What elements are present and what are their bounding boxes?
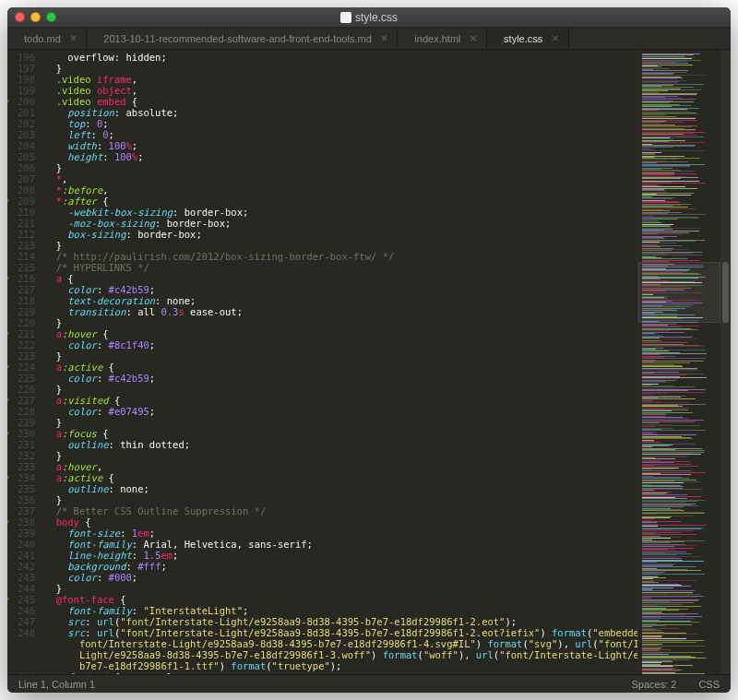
line-number[interactable]: 201	[7, 107, 35, 118]
line-number[interactable]: 220	[7, 317, 35, 328]
code-line[interactable]: line-height: 1.5em;	[44, 550, 637, 561]
code-line[interactable]: }	[44, 317, 637, 328]
code-line[interactable]: font-size: 1em;	[44, 528, 637, 539]
line-number[interactable]	[7, 660, 35, 671]
line-number[interactable]: 248	[7, 627, 35, 638]
code-line[interactable]: background: #fff;	[44, 561, 637, 572]
code-line[interactable]: .video embed {	[44, 96, 637, 107]
line-number[interactable]: 206	[7, 162, 35, 173]
code-line[interactable]: a:visited {	[44, 395, 637, 406]
code-line[interactable]: box-sizing: border-box;	[44, 229, 637, 240]
line-number[interactable]: 227	[7, 395, 35, 406]
line-number[interactable]: 235	[7, 483, 35, 494]
line-number[interactable]: 203	[7, 129, 35, 140]
code-line[interactable]: transition: all 0.3s ease-out;	[44, 306, 637, 317]
tab-todo-md[interactable]: todo.md×	[7, 28, 87, 49]
code-line[interactable]: }	[44, 350, 637, 362]
code-line[interactable]: text-decoration: none;	[44, 295, 637, 306]
code-line[interactable]: .video iframe,	[44, 74, 637, 85]
tab-index-html[interactable]: index.html×	[398, 28, 487, 49]
code-line[interactable]: color: #c42b59;	[44, 284, 637, 295]
code-line[interactable]: b7e7-e18df29986f1-1.ttf") format("truety…	[44, 660, 637, 671]
line-number[interactable]: 217	[7, 284, 35, 295]
tab-2013-10-11-recommended-software-and-front-end-tools-md[interactable]: 2013-10-11-recommended-software-and-fron…	[87, 28, 398, 49]
scrollbar-thumb[interactable]	[722, 262, 729, 323]
line-number[interactable]: 202	[7, 118, 35, 129]
line-number[interactable]: 224	[7, 362, 35, 373]
close-tab-icon[interactable]: ×	[70, 32, 77, 44]
line-number[interactable]: 243	[7, 572, 35, 583]
code-line[interactable]: font-family: "InterstateLight";	[44, 605, 637, 616]
code-line[interactable]: width: 100%;	[44, 140, 637, 151]
line-number[interactable]: 233	[7, 461, 35, 472]
syntax-mode[interactable]: CSS	[698, 679, 720, 690]
line-number[interactable]: 247	[7, 616, 35, 627]
code-line[interactable]: color: #c42b59;	[44, 373, 637, 384]
line-number[interactable]: 197	[7, 63, 35, 74]
code-line[interactable]: font-family: Arial, Helvetica, sans-seri…	[44, 539, 637, 550]
line-number[interactable]: 238	[7, 516, 35, 528]
line-number[interactable]: 196	[7, 52, 35, 63]
line-number[interactable]: 222	[7, 339, 35, 350]
code-line[interactable]: left: 0;	[44, 129, 637, 140]
line-number[interactable]: 218	[7, 295, 35, 306]
line-number[interactable]: 226	[7, 384, 35, 395]
line-number[interactable]: 198	[7, 74, 35, 85]
titlebar[interactable]: style.css	[7, 7, 731, 28]
close-tab-icon[interactable]: ×	[552, 32, 559, 44]
zoom-window-button[interactable]	[46, 12, 56, 22]
code-line[interactable]: color: #000;	[44, 572, 637, 583]
code-line[interactable]: position: absolute;	[44, 107, 637, 118]
code-line[interactable]: font-style: normal;	[44, 671, 637, 674]
code-line[interactable]: /* Better CSS Outline Suppression */	[44, 505, 637, 516]
code-line[interactable]: -webkit-box-sizing: border-box;	[44, 207, 637, 218]
code-line[interactable]: /* http://paulirish.com/2012/box-sizing-…	[44, 251, 637, 262]
minimap[interactable]	[637, 50, 720, 674]
code-line[interactable]: font/Interstate-Light/e9258aa9-8d38-4395…	[44, 638, 637, 649]
code-line[interactable]: a:hover,	[44, 461, 637, 472]
line-number[interactable]: 199	[7, 85, 35, 96]
line-number[interactable]: 213	[7, 240, 35, 251]
line-number[interactable]: 229	[7, 417, 35, 428]
code-line[interactable]: *:before,	[44, 184, 637, 196]
code-line[interactable]: outline: none;	[44, 483, 637, 494]
line-number[interactable]: 221	[7, 328, 35, 339]
line-number[interactable]: 239	[7, 528, 35, 539]
code-line[interactable]: }	[44, 450, 637, 461]
close-tab-icon[interactable]: ×	[470, 32, 478, 44]
line-number[interactable]: 231	[7, 439, 35, 450]
line-number[interactable]: 237	[7, 505, 35, 516]
line-number[interactable]: 208	[7, 184, 35, 196]
code-line[interactable]: /* HYPERLINKS */	[44, 262, 637, 273]
line-number[interactable]	[7, 638, 35, 649]
close-window-button[interactable]	[15, 12, 25, 22]
code-line[interactable]: color: #e07495;	[44, 406, 637, 417]
code-line[interactable]: src: url("font/Interstate-Light/e9258aa9…	[44, 627, 637, 638]
code-line[interactable]: }	[44, 240, 637, 251]
code-line[interactable]: body {	[44, 516, 637, 528]
line-number[interactable]: 223	[7, 350, 35, 362]
line-number[interactable]: 246	[7, 605, 35, 616]
code-line[interactable]: Light/e9258aa9-8d38-4395-b7e7-e18df29986…	[44, 649, 637, 660]
code-line[interactable]: @font-face {	[44, 594, 637, 605]
code-editor[interactable]: overflow: hidden; } .video iframe, .vide…	[41, 50, 637, 674]
code-line[interactable]: .video object,	[44, 85, 637, 96]
code-line[interactable]: }	[44, 417, 637, 428]
line-number[interactable]: 216	[7, 273, 35, 284]
code-line[interactable]: }	[44, 494, 637, 505]
line-number[interactable]: 230	[7, 428, 35, 439]
cursor-position[interactable]: Line 1, Column 1	[18, 679, 95, 690]
line-number[interactable]: 210	[7, 207, 35, 218]
line-number[interactable]: 242	[7, 561, 35, 572]
line-number[interactable]	[7, 649, 35, 660]
line-number[interactable]: 204	[7, 140, 35, 151]
code-line[interactable]: -moz-box-sizing: border-box;	[44, 218, 637, 229]
line-number[interactable]: 245	[7, 594, 35, 605]
vertical-scrollbar[interactable]	[720, 50, 731, 674]
code-line[interactable]: *:after {	[44, 196, 637, 207]
line-number[interactable]: 215	[7, 262, 35, 273]
line-number[interactable]: 240	[7, 539, 35, 550]
line-number[interactable]: 214	[7, 251, 35, 262]
code-line[interactable]: outline: thin dotted;	[44, 439, 637, 450]
minimize-window-button[interactable]	[30, 12, 41, 22]
